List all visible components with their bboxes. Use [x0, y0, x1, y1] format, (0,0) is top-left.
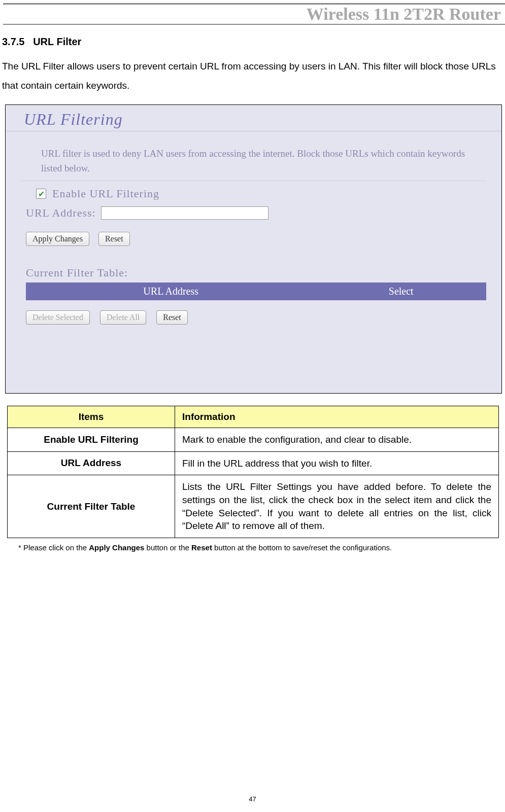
- table-row: URL Address Fill in the URL address that…: [8, 451, 499, 475]
- apply-changes-button[interactable]: Apply Changes: [26, 232, 89, 246]
- current-filter-table-title: Current Filter Table:: [6, 246, 501, 283]
- section-number: 3.7.5: [2, 36, 24, 47]
- panel-description: URL filter is used to deny LAN users fro…: [21, 131, 486, 181]
- reset-button[interactable]: Reset: [98, 232, 130, 246]
- document-header: Wireless 11n 2T2R Router: [3, 3, 505, 25]
- table-row: Enable URL Filtering Mark to enable the …: [8, 428, 499, 452]
- enable-filtering-label: Enable URL Filtering: [52, 187, 159, 200]
- header-information: Information: [175, 406, 499, 428]
- header-items: Items: [8, 406, 175, 428]
- action-button-row-1: Apply Changes Reset: [6, 220, 501, 246]
- footnote: * Please click on the Apply Changes butt…: [18, 543, 505, 552]
- url-address-label: URL Address:: [26, 206, 96, 220]
- note-bold-apply: Apply Changes: [89, 543, 144, 552]
- action-button-row-2: Delete Selected Delete All Reset: [6, 300, 501, 325]
- item-name: Enable URL Filtering: [8, 428, 175, 452]
- table-header-row: Items Information: [8, 406, 499, 428]
- filter-table-header: URL Address Select: [26, 283, 486, 300]
- item-info: Lists the URL Filter Settings you have a…: [175, 475, 499, 538]
- section-heading: 3.7.5 URL Filter: [2, 36, 505, 48]
- enable-filtering-checkbox[interactable]: ✔: [36, 189, 46, 199]
- column-url-address: URL Address: [26, 286, 316, 297]
- panel-title: URL Filtering: [6, 105, 501, 131]
- note-prefix: * Please click on the: [18, 543, 89, 552]
- router-admin-screenshot: URL Filtering URL filter is used to deny…: [5, 104, 502, 394]
- header-title: Wireless 11n 2T2R Router: [307, 5, 501, 23]
- reset-button-2[interactable]: Reset: [156, 310, 188, 325]
- note-suffix: button at the bottom to save/reset the c…: [212, 543, 392, 552]
- section-title: URL Filter: [33, 36, 81, 47]
- item-name: URL Address: [8, 451, 175, 475]
- item-info: Fill in the URL address that you wish to…: [175, 451, 499, 475]
- note-bold-reset: Reset: [191, 543, 212, 552]
- item-name: Current Filter Table: [8, 475, 175, 538]
- enable-filtering-row: ✔ Enable URL Filtering: [6, 181, 501, 200]
- items-information-table: Items Information Enable URL Filtering M…: [7, 406, 499, 538]
- note-mid: button or the: [144, 543, 191, 552]
- delete-all-button[interactable]: Delete All: [100, 310, 146, 325]
- url-address-row: URL Address:: [6, 200, 501, 220]
- item-info: Mark to enable the configuration, and cl…: [175, 428, 499, 452]
- delete-selected-button[interactable]: Delete Selected: [26, 310, 90, 325]
- url-address-input[interactable]: [101, 206, 268, 220]
- page-number: 47: [0, 795, 505, 803]
- intro-paragraph: The URL Filter allows users to prevent c…: [2, 57, 505, 95]
- column-select: Select: [316, 286, 486, 297]
- table-row: Current Filter Table Lists the URL Filte…: [8, 475, 499, 538]
